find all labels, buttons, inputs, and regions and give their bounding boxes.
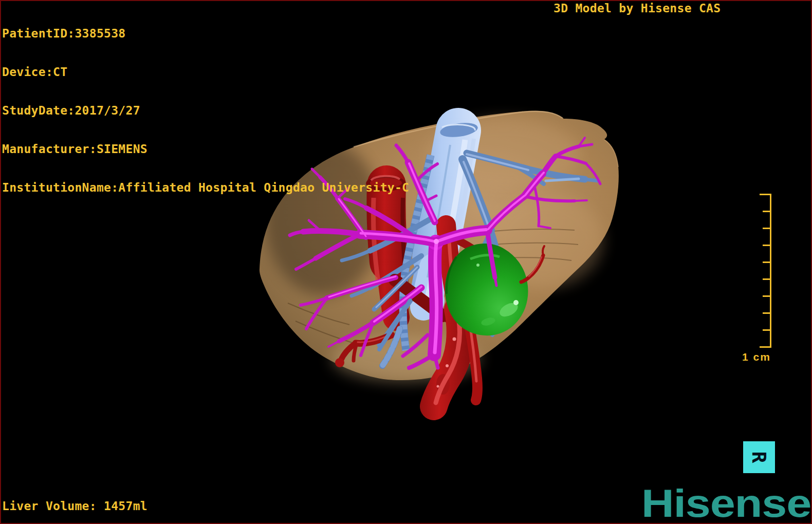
orientation-marker: R xyxy=(743,441,775,473)
scale-bar-tick xyxy=(763,245,770,246)
medical-3d-viewer-window: PatientID:3385538 Device:CT StudyDate:20… xyxy=(0,0,812,524)
institution-line: InstitutionName:Affiliated Hospital Qing… xyxy=(2,181,409,194)
hisense-logo: Hisense xyxy=(641,481,811,524)
scale-bar-tick xyxy=(763,312,770,314)
study-date-line: StudyDate:2017/3/27 xyxy=(2,104,409,117)
patient-id-line: PatientID:3385538 xyxy=(2,27,409,40)
credit-text: 3D Model by Hisense CAS xyxy=(553,2,721,15)
scale-bar-tick xyxy=(763,329,770,331)
scale-bar-label: 1 cm xyxy=(742,351,771,363)
liver-volume-readout: Liver Volume: 1457ml xyxy=(2,499,147,513)
scale-bar: 1 cm xyxy=(740,194,773,359)
scale-bar-tick xyxy=(763,228,770,229)
device-line: Device:CT xyxy=(2,66,409,79)
scale-bar-tick xyxy=(760,194,770,195)
patient-info-overlay: PatientID:3385538 Device:CT StudyDate:20… xyxy=(2,2,409,220)
orientation-letter: R xyxy=(749,452,769,463)
scale-bar-tick xyxy=(763,211,770,212)
scale-bar-tick xyxy=(763,278,770,280)
manufacturer-line: Manufacturer:SIEMENS xyxy=(2,143,409,156)
scale-bar-tick xyxy=(760,346,770,348)
scale-bar-tick xyxy=(763,261,770,263)
scale-bar-ticks xyxy=(740,194,771,348)
scale-bar-tick xyxy=(763,295,770,297)
